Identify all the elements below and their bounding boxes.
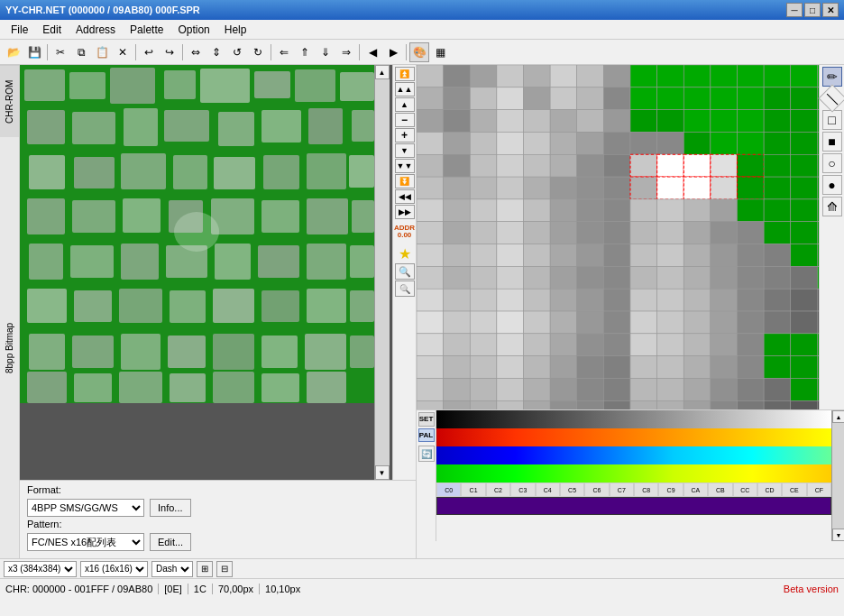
svg-rect-120 <box>577 132 604 154</box>
nav-bottom-button[interactable]: ⏬ <box>395 174 415 188</box>
svg-rect-60 <box>170 373 206 402</box>
nav-plus-button[interactable]: + <box>395 128 415 143</box>
palette-swap-button[interactable]: 🔄 <box>418 446 435 462</box>
canvas-scroll-up[interactable]: ▲ <box>375 65 390 79</box>
format-select[interactable]: 4BPP SMS/GG/WS <box>27 499 144 517</box>
nav-right-right-button[interactable]: ▶▶ <box>395 205 415 219</box>
grid-btn1[interactable]: ⊞ <box>197 561 213 577</box>
pal-idx-c3[interactable]: C3 <box>510 483 535 497</box>
zoom-select[interactable]: x1 (128x128) x2 (256x256) x3 (384x384) x… <box>4 561 77 577</box>
color-pick-button[interactable]: 🎨 <box>409 42 429 62</box>
pal-idx-ce[interactable]: CE <box>782 483 806 497</box>
svg-rect-9 <box>27 110 65 144</box>
line-tool-button[interactable]: │ <box>818 84 844 112</box>
pal-idx-c8[interactable]: C8 <box>634 483 658 497</box>
zoom-out-button[interactable]: 🔍 <box>395 280 415 297</box>
shift-u-button[interactable]: ⇑ <box>295 42 315 62</box>
menu-edit[interactable]: Edit <box>35 22 69 38</box>
circle-tool-button[interactable]: ○ <box>822 153 842 173</box>
pal-idx-ca[interactable]: CA <box>683 483 708 497</box>
pal-idx-cb[interactable]: CB <box>708 483 732 497</box>
pal-idx-c1[interactable]: C1 <box>461 483 485 497</box>
delete-button[interactable]: ✕ <box>113 42 133 62</box>
pal-scroll-up[interactable]: ▲ <box>832 410 844 423</box>
close-button[interactable]: ✕ <box>822 3 839 17</box>
chr-canvas[interactable] <box>20 65 374 403</box>
nav-top-button[interactable]: ⏫ <box>395 67 415 81</box>
tile-grid[interactable] <box>417 65 844 409</box>
pal-idx-c0[interactable]: C0 <box>436 483 461 497</box>
svg-rect-179 <box>444 222 471 244</box>
save-button[interactable]: 💾 <box>24 42 44 62</box>
toolbar: 📂 💾 ✂ ⧉ 📋 ✕ ↩ ↪ ⇔ ⇕ ↺ ↻ ⇐ ⇑ ⇓ ⇒ ◀ ▶ 🎨 ▦ <box>0 40 844 65</box>
tile-editor[interactable]: ✏ │ □ ■ ○ ● ⟰ <box>417 65 844 409</box>
titlebar-controls: ─ □ ✕ <box>786 3 839 17</box>
palette-bottom-color[interactable] <box>436 497 831 515</box>
next-palette-button[interactable]: ▶ <box>383 42 403 62</box>
svg-rect-31 <box>307 198 348 234</box>
svg-rect-30 <box>261 200 299 233</box>
paste-button[interactable]: 📋 <box>92 42 112 62</box>
pal-idx-cd[interactable]: CD <box>757 483 782 497</box>
shift-r-button[interactable]: ⇒ <box>336 42 356 62</box>
pal-idx-c5[interactable]: C5 <box>560 483 584 497</box>
circle-fill-tool-button[interactable]: ● <box>822 175 842 195</box>
svg-rect-211 <box>444 266 471 289</box>
edit-button[interactable]: Edit... <box>150 533 191 551</box>
menu-help[interactable]: Help <box>217 22 254 38</box>
pal-idx-cf[interactable]: CF <box>807 483 831 497</box>
redo-button[interactable]: ↪ <box>160 42 179 62</box>
rect-outline-tool-button[interactable]: □ <box>822 110 842 130</box>
rect-fill-tool-button[interactable]: ■ <box>822 132 842 152</box>
info-button[interactable]: Info... <box>150 499 191 517</box>
chr-canvas-container[interactable]: ▲ ▼ ⏫ ▲▲ ▲ − + ▼ ▼▼ ⏬ ◀◀ ▶▶ ADDR 0.00 <box>20 65 416 480</box>
cut-button[interactable]: ✂ <box>50 42 70 62</box>
svg-rect-182 <box>524 222 551 244</box>
grid-btn2[interactable]: ⊟ <box>216 561 233 577</box>
tile-view-button[interactable]: ▦ <box>430 42 450 62</box>
minimize-button[interactable]: ─ <box>786 3 803 17</box>
flip-v-button[interactable]: ⇕ <box>206 42 226 62</box>
menu-option[interactable]: Option <box>170 22 216 38</box>
undo-button[interactable]: ↩ <box>139 42 159 62</box>
maximize-button[interactable]: □ <box>804 3 821 17</box>
grid-select[interactable]: x16 (16x16) x8 (8x8) <box>80 561 148 577</box>
palette-set-tab[interactable]: SET <box>418 412 435 427</box>
nav-down-down-button[interactable]: ▼▼ <box>395 159 415 173</box>
open-button[interactable]: 📂 <box>4 42 23 62</box>
pal-idx-c7[interactable]: C7 <box>610 483 634 497</box>
nav-minus-button[interactable]: − <box>395 113 415 127</box>
shift-d-button[interactable]: ⇓ <box>316 42 335 62</box>
shift-l-button[interactable]: ⇐ <box>274 42 294 62</box>
zoom-in-button[interactable]: 🔍 <box>395 263 415 280</box>
pal-idx-c9[interactable]: C9 <box>658 483 683 497</box>
svg-rect-122 <box>630 132 657 154</box>
svg-rect-42 <box>74 290 112 322</box>
nav-down-button[interactable]: ▼ <box>395 143 415 158</box>
menu-palette[interactable]: Palette <box>123 22 170 38</box>
nav-left-left-button[interactable]: ◀◀ <box>395 189 415 204</box>
nav-up-button[interactable]: ▲ <box>395 97 415 112</box>
nav-up-up-button[interactable]: ▲▲ <box>395 82 415 97</box>
pal-idx-c6[interactable]: C6 <box>584 483 609 497</box>
menu-address[interactable]: Address <box>69 22 123 38</box>
canvas-scroll-down[interactable]: ▼ <box>375 465 390 480</box>
svg-rect-119 <box>550 132 577 154</box>
rot-r-button[interactable]: ↻ <box>248 42 268 62</box>
menu-file[interactable]: File <box>4 22 35 38</box>
flip-h-button[interactable]: ⇔ <box>186 42 206 62</box>
pal-idx-c2[interactable]: C2 <box>486 483 510 497</box>
svg-rect-127 <box>764 132 791 154</box>
rot-l-button[interactable]: ↺ <box>227 42 247 62</box>
dash-select[interactable]: Dash Solid None <box>151 561 193 577</box>
pal-idx-c4[interactable]: C4 <box>536 483 560 497</box>
pal-idx-cc[interactable]: CC <box>733 483 757 497</box>
star-button[interactable]: ★ <box>395 244 415 262</box>
svg-rect-2 <box>69 72 106 99</box>
pal-scroll-down[interactable]: ▼ <box>832 529 844 541</box>
pattern-select[interactable]: FC/NES x16配列表 <box>27 533 144 551</box>
prev-palette-button[interactable]: ◀ <box>362 42 382 62</box>
palette-pal-tab[interactable]: PAL <box>418 428 435 443</box>
fill-tool-button[interactable]: ⟰ <box>822 197 842 216</box>
copy-button[interactable]: ⧉ <box>71 42 91 62</box>
